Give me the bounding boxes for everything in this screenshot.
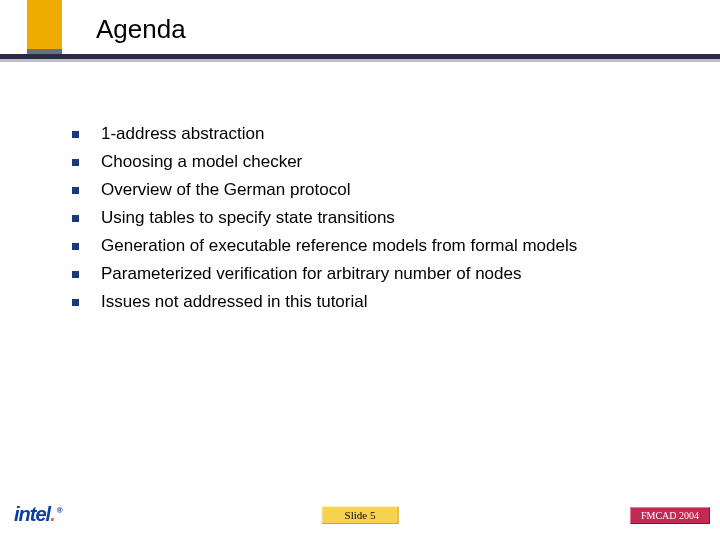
- list-item: 1-address abstraction: [72, 122, 692, 146]
- conference-badge: FMCAD 2004: [630, 507, 710, 524]
- square-bullet-icon: [72, 299, 79, 306]
- list-item: Using tables to specify state transition…: [72, 206, 692, 230]
- logo-text: intel: [14, 503, 50, 525]
- list-item-text: Generation of executable reference model…: [101, 234, 577, 258]
- slide-footer: intel.® Slide 5 FMCAD 2004: [0, 494, 720, 540]
- list-item: Parameterized verification for arbitrary…: [72, 262, 692, 286]
- registered-icon: ®: [57, 506, 62, 515]
- slide-header: Agenda: [0, 0, 720, 78]
- bullet-list: 1-address abstraction Choosing a model c…: [72, 122, 692, 318]
- list-item-text: Using tables to specify state transition…: [101, 206, 395, 230]
- square-bullet-icon: [72, 131, 79, 138]
- square-bullet-icon: [72, 159, 79, 166]
- list-item: Choosing a model checker: [72, 150, 692, 174]
- square-bullet-icon: [72, 271, 79, 278]
- list-item-text: Choosing a model checker: [101, 150, 302, 174]
- slide-number-badge: Slide 5: [322, 506, 399, 524]
- list-item: Issues not addressed in this tutorial: [72, 290, 692, 314]
- square-bullet-icon: [72, 243, 79, 250]
- square-bullet-icon: [72, 215, 79, 222]
- list-item: Generation of executable reference model…: [72, 234, 692, 258]
- list-item-text: Overview of the German protocol: [101, 178, 350, 202]
- square-bullet-icon: [72, 187, 79, 194]
- list-item: Overview of the German protocol: [72, 178, 692, 202]
- intel-logo: intel.®: [14, 503, 62, 526]
- header-rule-shadow: [0, 59, 720, 62]
- page-title: Agenda: [96, 14, 186, 45]
- accent-block: [27, 0, 62, 49]
- list-item-text: 1-address abstraction: [101, 122, 264, 146]
- list-item-text: Issues not addressed in this tutorial: [101, 290, 367, 314]
- list-item-text: Parameterized verification for arbitrary…: [101, 262, 521, 286]
- logo-dot: .: [50, 503, 55, 525]
